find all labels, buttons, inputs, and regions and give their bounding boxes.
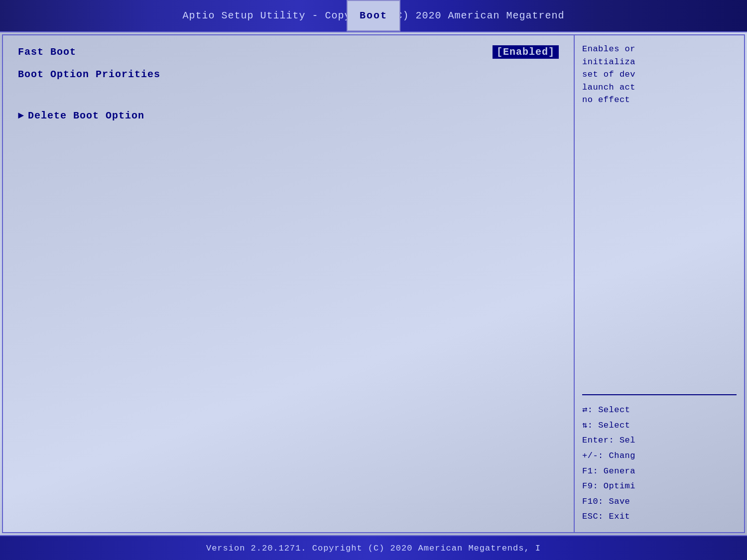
key-hint-select-screen: ⇄: Select [582, 403, 737, 418]
submenu-arrow-icon: ► [18, 110, 24, 121]
key-hint-esc: ESC: Exit [582, 509, 737, 525]
help-line-1: Enables or [582, 44, 635, 54]
help-line-4: launch act [582, 83, 635, 92]
help-line-2: initializa [582, 57, 635, 67]
right-panel: Enables or initializa set of dev launch … [575, 35, 744, 532]
active-tab[interactable]: Boot [347, 0, 400, 31]
key-hint-f10: F10: Save [582, 494, 737, 510]
divider [582, 394, 737, 395]
fast-boot-label: Fast Boot [18, 46, 76, 58]
key-hint-f9: F9: Optimi [582, 479, 737, 494]
key-hint-f1: F1: Genera [582, 464, 737, 479]
fast-boot-item[interactable]: Fast Boot [Enabled] [18, 45, 559, 59]
footer-text: Version 2.20.1271. Copyright (C) 2020 Am… [206, 544, 541, 553]
header-bar: Aptio Setup Utility - Copyright (C) 2020… [0, 0, 747, 32]
help-line-5: no effect [582, 95, 630, 105]
key-hint-change: +/-: Chang [582, 448, 737, 464]
boot-option-priorities-item[interactable]: Boot Option Priorities [18, 69, 559, 80]
help-line-3: set of dev [582, 70, 635, 79]
key-hint-enter: Enter: Sel [582, 433, 737, 448]
key-hints: ⇄: Select ⇅: Select Enter: Sel +/-: Chan… [582, 403, 737, 525]
help-text: Enables or initializa set of dev launch … [582, 43, 737, 107]
bios-screen: Aptio Setup Utility - Copyright (C) 2020… [0, 0, 747, 560]
delete-boot-option-item[interactable]: ► Delete Boot Option [18, 110, 559, 121]
delete-boot-option-label: Delete Boot Option [28, 110, 144, 121]
left-panel: Fast Boot [Enabled] Boot Option Prioriti… [3, 35, 575, 532]
fast-boot-value: [Enabled] [493, 45, 559, 59]
boot-option-priorities-label: Boot Option Priorities [18, 69, 160, 80]
footer-bar: Version 2.20.1271. Copyright (C) 2020 Am… [0, 535, 747, 560]
separator [18, 90, 559, 105]
key-hint-select-item: ⇅: Select [582, 418, 737, 434]
main-content: Fast Boot [Enabled] Boot Option Prioriti… [2, 34, 745, 533]
